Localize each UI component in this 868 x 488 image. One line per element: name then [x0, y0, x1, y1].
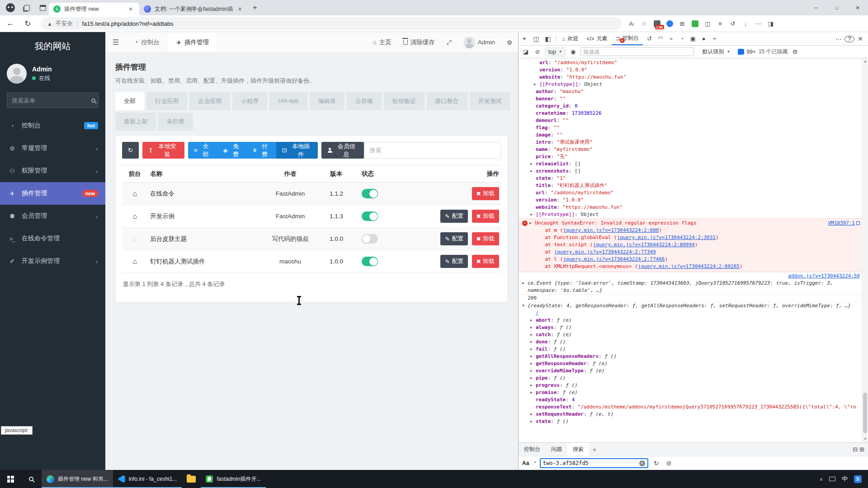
category-tab[interactable]: 编辑器 — [310, 92, 344, 110]
search-icon[interactable] — [91, 99, 95, 103]
extension-icon-green[interactable] — [689, 18, 700, 29]
menu-search-box[interactable] — [7, 93, 99, 108]
category-tab[interactable]: 全部 — [115, 92, 144, 110]
back-icon[interactable]: ← — [4, 17, 17, 30]
expand-arrow-icon[interactable]: ▶ — [530, 411, 536, 418]
console-filter-input[interactable] — [580, 47, 693, 56]
category-tab[interactable]: 小程序 — [232, 92, 267, 110]
close-button[interactable]: ✕ — [847, 0, 868, 15]
sidebar-menu-item[interactable]: ⚙ 常规管理 ‹ — [0, 137, 105, 160]
category-tab[interactable]: 接口整合 — [427, 92, 467, 110]
sidebar-toggle-icon[interactable]: ◨ — [765, 18, 776, 29]
taskbar-app-editor[interactable]: fastadmin插件开... — [201, 470, 266, 488]
adblock-extension-icon[interactable]: 1.5K — [651, 18, 662, 29]
extensions-menu-icon[interactable]: ⊞ — [677, 18, 688, 29]
nav-tab-console[interactable]: ◔控制台 — [126, 32, 168, 52]
dock-side-icon[interactable]: ◧ — [542, 33, 554, 45]
hamburger-icon[interactable]: ☰ — [105, 32, 126, 52]
uninstall-button[interactable]: ✖卸载 — [472, 187, 499, 200]
source-link[interactable]: addon.js?v=1730443224:50 — [788, 272, 860, 280]
source-link[interactable]: VM18397:1 — [828, 220, 855, 227]
tab-close-icon[interactable]: ✕ — [127, 5, 135, 13]
memory-icon[interactable]: ◔ — [677, 35, 687, 42]
uninstall-button[interactable]: ✖卸载 — [472, 210, 499, 223]
drawer-more-tabs-icon[interactable]: + — [589, 446, 600, 453]
member-info-button[interactable]: 会员信息 — [321, 142, 363, 159]
console-sidebar-icon[interactable]: ◪ — [521, 48, 530, 55]
expand-arrow-icon[interactable]: ▶ — [530, 353, 536, 360]
filter-all-button[interactable]: ≡全部 — [188, 142, 217, 159]
network-icon[interactable]: ◠ — [656, 35, 665, 42]
recorder-icon[interactable]: ↺ — [645, 35, 655, 42]
menu-search-input[interactable] — [12, 97, 91, 104]
vertical-tabs-icon[interactable] — [37, 2, 49, 14]
drawer-tab-issues[interactable]: 问题 — [546, 443, 567, 456]
sidebar-menu-item[interactable]: ⚇ 权限管理 ‹ — [0, 160, 105, 182]
regex-button[interactable]: .* — [533, 460, 536, 466]
taskbar-app-vscode[interactable]: info.ini - fa_ceshi1... — [113, 470, 182, 488]
config-button[interactable]: ✎配置 — [440, 210, 467, 223]
device-toolbar-icon[interactable]: ◫ — [530, 33, 542, 45]
expand-arrow-icon[interactable]: ▶ — [530, 346, 536, 353]
expand-arrow-icon[interactable]: ▶ — [530, 211, 536, 218]
split-screen-icon[interactable]: ◫ — [702, 18, 713, 29]
devtools-search-input[interactable] — [543, 460, 639, 466]
expand-arrow-icon[interactable]: ▶ — [530, 360, 536, 367]
uninstall-button[interactable]: ✖卸载 — [472, 255, 499, 268]
expand-arrow-icon[interactable]: ▶ — [530, 418, 536, 425]
maximize-button[interactable]: □ — [826, 0, 847, 15]
application-icon[interactable]: ▣ — [688, 35, 698, 42]
category-tab[interactable]: 云存储 — [347, 92, 382, 110]
context-selector[interactable]: top▼ — [545, 47, 566, 56]
read-aloud-icon[interactable]: A) — [626, 18, 637, 29]
clear-cache-link[interactable]: 清除缓存 — [397, 32, 441, 52]
eye-icon[interactable]: ◉ — [569, 48, 578, 55]
category-tab[interactable]: 企业应用 — [189, 92, 230, 110]
sidebar-menu-item[interactable]: ✈ 插件管理 new — [0, 182, 105, 205]
expand-arrow-icon[interactable]: ▶ — [530, 382, 536, 389]
category-tab[interactable]: 最新上架 — [115, 113, 156, 131]
expand-arrow-icon[interactable]: ▶ — [530, 160, 536, 168]
drawer-expand-icon[interactable]: ⊞ — [859, 446, 864, 453]
console-log-area[interactable]: ✕ url: "/addons/myfirstdemo" ✕ version: … — [519, 58, 868, 442]
help-icon[interactable]: ? — [844, 35, 854, 42]
devtools-more-menu-icon[interactable]: ⋯ — [834, 35, 844, 42]
start-button[interactable] — [0, 470, 21, 488]
sidebar-menu-item[interactable]: ◔ 控制台 hot — [0, 114, 105, 137]
address-bar[interactable]: ▲ 不安全 fa15.test/a.php/addon?ref=addtabs — [41, 17, 622, 30]
clear-search-icon[interactable]: ✕ — [639, 460, 645, 466]
performance-icon[interactable]: ⌁ — [666, 35, 676, 42]
log-level-selector[interactable]: 默认级别▼ — [703, 48, 731, 56]
expand-arrow-icon[interactable]: ▶ — [530, 331, 536, 338]
reload-icon[interactable]: ↻ — [21, 17, 34, 30]
more-menu-icon[interactable]: ⋯ — [753, 18, 764, 29]
expand-arrow-icon[interactable]: ▶ — [530, 317, 536, 324]
category-tab[interactable]: Uni-app — [269, 92, 307, 110]
sogou-icon[interactable]: S — [854, 475, 862, 483]
expand-arrow-icon[interactable]: ▶ — [529, 220, 535, 227]
history-icon[interactable]: ↺ — [727, 18, 738, 29]
devtools-tab-welcome[interactable]: ⌂欢迎 — [558, 32, 582, 45]
enable-toggle[interactable] — [362, 189, 378, 198]
nav-tab-addon[interactable]: ✈插件管理 — [168, 32, 217, 52]
clear-results-icon[interactable]: ⊘ — [665, 460, 674, 467]
home-icon[interactable]: ⌂ — [132, 212, 137, 220]
refresh-search-icon[interactable]: ↻ — [652, 460, 661, 467]
stack-frame-link[interactable]: jquery.min.js?v=1730443224:2:77349 — [554, 249, 656, 255]
lighthouse-icon[interactable]: ● — [699, 35, 709, 42]
fullscreen-button[interactable]: ⤢ — [441, 32, 458, 52]
more-tabs-icon[interactable]: + — [710, 35, 720, 42]
scrollbar-thumb[interactable] — [863, 393, 867, 433]
filter-free-button[interactable]: ◈免费 — [217, 142, 247, 159]
config-button[interactable]: ✎配置 — [440, 232, 467, 245]
taskbar-app-explorer[interactable] — [182, 470, 201, 488]
expand-arrow-icon[interactable]: ▶ — [530, 338, 536, 346]
home-link[interactable]: ⌂主页 — [367, 32, 397, 52]
favorites-bar-icon[interactable]: ≡ — [715, 18, 726, 29]
expand-arrow-icon[interactable]: ▶ — [530, 367, 536, 375]
enable-toggle[interactable] — [362, 234, 378, 244]
scroll-down-icon[interactable]: ▼ — [862, 436, 868, 442]
category-tab[interactable]: 未归类 — [158, 113, 193, 131]
tab-close-icon[interactable]: ✕ — [236, 5, 244, 13]
devtools-tab-elements[interactable]: </>元素 — [582, 32, 611, 45]
